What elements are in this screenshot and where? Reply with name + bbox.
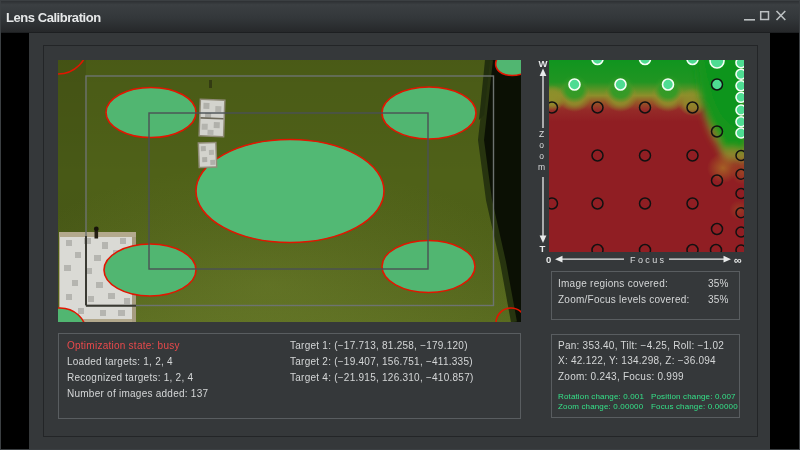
svg-text:Focus: Focus: [630, 255, 667, 265]
svg-text:0: 0: [546, 254, 551, 265]
svg-text:m: m: [538, 162, 545, 172]
svg-text:Z: Z: [539, 129, 544, 139]
svg-text:o: o: [539, 140, 544, 150]
svg-text:∞: ∞: [734, 254, 742, 266]
svg-text:o: o: [539, 151, 544, 161]
svg-text:W: W: [539, 58, 548, 69]
